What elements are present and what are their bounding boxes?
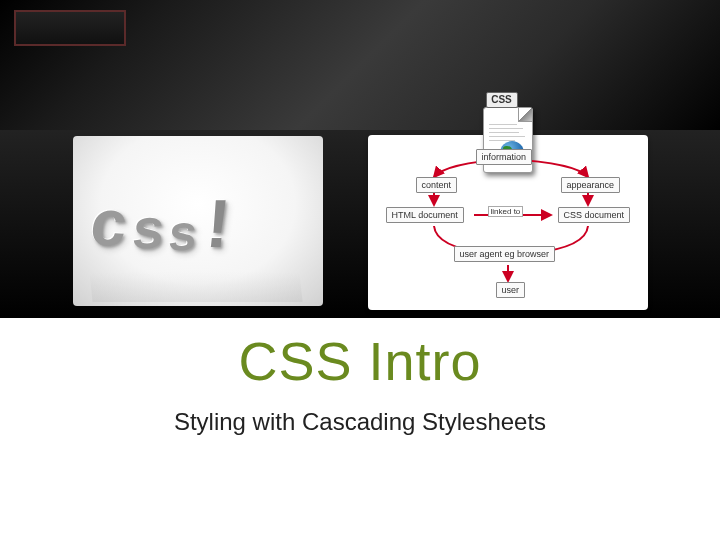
slide-subtitle: Styling with Cascading Stylesheets [0, 408, 720, 436]
css-diagram-image: CSS [368, 135, 648, 310]
diagram-node-appearance: appearance [561, 177, 621, 193]
diagram-node-user-agent: user agent eg browser [454, 246, 556, 262]
slide: c s s ! CSS [0, 0, 720, 540]
diagram-node-user: user [496, 282, 526, 298]
diagram-node-html-doc: HTML document [386, 207, 464, 223]
title-area: CSS Intro Styling with Cascading Stylesh… [0, 330, 720, 436]
css-doc-label: CSS [486, 92, 518, 108]
logo-placeholder [14, 10, 126, 46]
css-3d-logo-image: c s s ! [73, 136, 323, 306]
css-flow-diagram: information content appearance HTML docu… [376, 145, 640, 302]
diagram-node-css-doc: CSS document [558, 207, 631, 223]
diagram-node-information: information [476, 149, 533, 165]
slide-title: CSS Intro [0, 330, 720, 392]
diagram-label-linked-to: linked to [488, 206, 524, 217]
images-row: c s s ! CSS [0, 130, 720, 318]
diagram-node-content: content [416, 177, 458, 193]
